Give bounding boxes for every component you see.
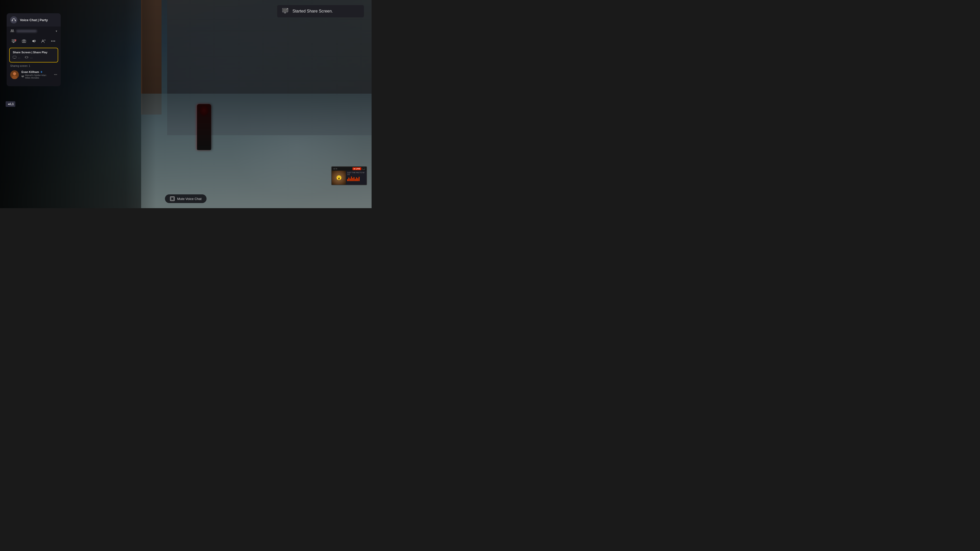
- bar-4: [351, 176, 352, 181]
- bar-10: [359, 177, 360, 181]
- svg-point-8: [13, 30, 14, 31]
- live-version: v2.9: [333, 168, 337, 170]
- party-name-hidden: [16, 30, 37, 32]
- svg-point-31: [13, 72, 16, 75]
- share-stat-gamepad: ---: [24, 56, 33, 59]
- svg-rect-5: [12, 20, 13, 21]
- audio-button[interactable]: [30, 37, 38, 45]
- live-dot: [354, 168, 355, 169]
- bar-5: [352, 178, 353, 181]
- svg-rect-33: [363, 168, 365, 170]
- headset-icon: [10, 16, 18, 24]
- share-screen-notify-icon: [282, 8, 289, 14]
- share-screen-card[interactable]: Share Screen | Share Play ---: [9, 48, 58, 62]
- member-name-row: Evan Killham ✛: [21, 70, 51, 73]
- avatar: [10, 70, 19, 79]
- member-game-name: Marvel's Spider-Man: Miles Morales: [25, 74, 51, 79]
- member-info: Evan Killham ✛ Marvel's Spider-Man: Mile…: [21, 70, 51, 79]
- party-member: Evan Killham ✛ Marvel's Spider-Man: Mile…: [6, 68, 61, 81]
- live-badge-area: LIVE: [352, 167, 365, 170]
- live-header: v2.9 LIVE: [332, 167, 366, 171]
- more-button[interactable]: •••: [49, 37, 57, 45]
- panel-title: Voice Chat | Party: [20, 18, 48, 22]
- svg-marker-18: [32, 40, 35, 43]
- gamepad-icon: [24, 56, 29, 59]
- l1-indicator: ◄L1: [6, 101, 15, 107]
- svg-point-19: [42, 40, 44, 41]
- svg-point-7: [11, 30, 12, 31]
- member-game: Marvel's Spider-Man: Miles Morales: [21, 74, 51, 79]
- share-stat-gamepad-value: ---: [30, 56, 33, 59]
- bar-7: [355, 179, 356, 181]
- screenshot-button[interactable]: [20, 37, 28, 45]
- svg-rect-34: [171, 197, 173, 200]
- party-dropdown-icon[interactable]: ▾: [56, 29, 57, 33]
- bar-8: [356, 177, 357, 181]
- bar-1: [347, 179, 348, 181]
- live-monitor-icon: [363, 168, 365, 170]
- mute-voice-chat-bar[interactable]: Mute Voice Chat: [165, 194, 207, 203]
- svg-point-26: [27, 57, 27, 58]
- bar-6: [353, 177, 355, 181]
- character-body: [197, 104, 211, 150]
- sharing-info: Sharing screen: 1: [6, 64, 61, 68]
- game-icon: [21, 75, 24, 78]
- member-name: Evan Killham: [21, 70, 39, 73]
- stop-share-button[interactable]: [10, 37, 18, 45]
- mute-icon: [170, 197, 175, 201]
- svg-rect-15: [22, 40, 26, 43]
- party-row-left: [10, 29, 37, 33]
- live-title: JUST THE FACTS W/ JJJ: [347, 171, 365, 175]
- live-stream-thumbnail[interactable]: v2.9 LIVE 😮 JUST THE FACTS W/ JJJ: [331, 166, 367, 185]
- svg-point-27: [27, 57, 28, 58]
- share-stat-screen: ---: [13, 56, 21, 59]
- svg-point-16: [23, 41, 24, 42]
- share-screen-card-title: Share Screen | Share Play: [13, 51, 55, 54]
- voice-chat-panel: Voice Chat | Party ▾: [6, 13, 61, 86]
- live-audio-bars: [347, 176, 365, 181]
- live-badge: LIVE: [352, 167, 361, 170]
- live-content: 😮 JUST THE FACTS W/ JJJ: [332, 171, 366, 185]
- mute-label: Mute Voice Chat: [177, 197, 201, 201]
- bar-3: [350, 179, 351, 181]
- notification-bar: Started Share Screen.: [277, 5, 364, 17]
- member-more-button[interactable]: •••: [54, 73, 57, 76]
- toolbar: •••: [6, 35, 61, 47]
- notification-text: Started Share Screen.: [293, 9, 333, 14]
- character-spiderman: [192, 99, 215, 150]
- svg-rect-10: [12, 40, 15, 41]
- live-badge-text: LIVE: [355, 168, 360, 170]
- svg-rect-6: [15, 20, 16, 21]
- share-stat-screen-value: ---: [18, 56, 21, 59]
- panel-header: Voice Chat | Party: [6, 13, 61, 27]
- live-streamer-face: 😮: [332, 171, 346, 185]
- live-info: JUST THE FACTS W/ JJJ: [346, 171, 366, 185]
- bar-9: [357, 178, 358, 181]
- ground: [141, 94, 372, 208]
- party-settings-button[interactable]: [39, 37, 48, 45]
- ps-plus-icon: ✛: [40, 71, 42, 73]
- party-row[interactable]: ▾: [6, 27, 61, 35]
- svg-rect-17: [23, 40, 25, 40]
- screen-icon: [13, 56, 16, 59]
- bar-2: [348, 178, 349, 181]
- party-members-icon: [10, 29, 14, 33]
- svg-rect-22: [13, 56, 16, 59]
- share-screen-stats: --- ---: [13, 56, 55, 59]
